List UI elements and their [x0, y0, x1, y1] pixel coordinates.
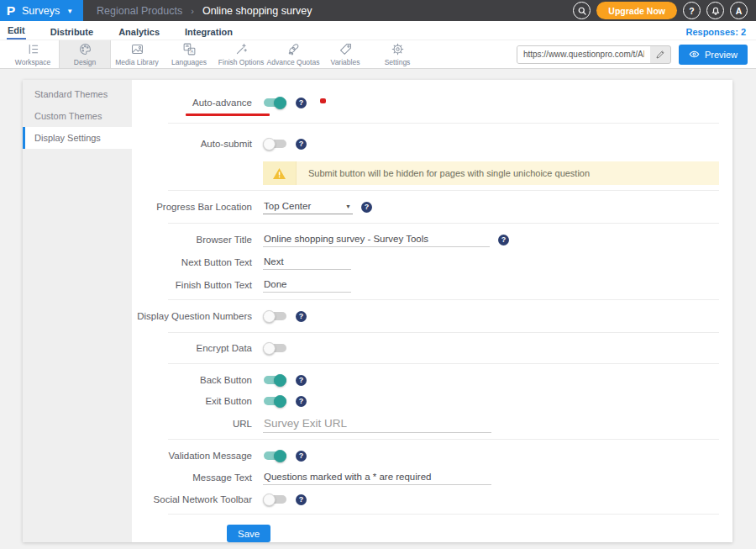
- exit-button-label: Exit Button: [132, 396, 252, 406]
- toolbar-item-finish-options[interactable]: Finish Options: [215, 40, 267, 68]
- breadcrumb-parent[interactable]: Regional Products: [97, 5, 182, 17]
- auto-advance-toggle[interactable]: [263, 97, 287, 109]
- edit-toolbar: Workspace Design Media Library A Languag…: [0, 40, 756, 69]
- survey-nav: Edit Distribute Analytics Integration Re…: [0, 21, 756, 40]
- progress-bar-row: Progress Bar Location Top Center ▼: [132, 198, 732, 216]
- breadcrumb-current: Online shopping survey: [202, 5, 312, 17]
- progress-bar-select[interactable]: Top Center ▼: [263, 199, 353, 214]
- bell-icon[interactable]: [706, 2, 724, 19]
- back-button-row: Back Button: [132, 371, 732, 389]
- back-button-label: Back Button: [132, 375, 252, 385]
- display-settings-panel: Auto-advance Auto-submit: [132, 80, 732, 542]
- auto-advance-help-icon[interactable]: [296, 98, 307, 108]
- sidebar-item-standard-themes[interactable]: Standard Themes: [23, 83, 132, 105]
- toolbar-item-languages[interactable]: A Languages: [163, 40, 215, 68]
- workspace-icon: [26, 42, 40, 56]
- back-button-help-icon[interactable]: [296, 375, 307, 386]
- page-body: Standard Themes Custom Themes Display Se…: [0, 69, 756, 549]
- finish-button-text-label: Finish Button Text: [132, 280, 252, 290]
- toolbar-item-advance-quotas[interactable]: Advance Quotas: [267, 40, 319, 68]
- message-text-row: Message Text: [132, 468, 732, 487]
- toolbar-item-media-library[interactable]: Media Library: [111, 40, 163, 68]
- exit-url-label: URL: [132, 419, 252, 429]
- toolbar-item-workspace[interactable]: Workspace: [7, 40, 59, 68]
- browser-title-input[interactable]: [263, 232, 490, 247]
- display-question-numbers-row: Display Question Numbers: [132, 307, 732, 325]
- display-question-numbers-label: Display Question Numbers: [132, 311, 252, 321]
- auto-submit-help-icon[interactable]: [296, 139, 307, 150]
- tab-distribute[interactable]: Distribute: [50, 24, 94, 40]
- red-annotation-underline: [186, 113, 270, 116]
- languages-icon: A: [182, 42, 197, 56]
- auto-submit-label: Auto-submit: [132, 139, 252, 149]
- upgrade-now-button[interactable]: Upgrade Now: [596, 2, 677, 19]
- breadcrumb-separator-icon: ›: [191, 6, 194, 16]
- survey-url-box: [517, 45, 671, 64]
- media-library-icon: [130, 42, 144, 56]
- progress-bar-help-icon[interactable]: [361, 202, 372, 213]
- surveys-menu-label: Surveys: [22, 5, 60, 17]
- social-network-toolbar-toggle[interactable]: [263, 494, 287, 506]
- chevron-down-icon: ▼: [66, 8, 73, 15]
- warning-triangle-icon: [272, 167, 286, 180]
- auto-advance-row: Auto-advance: [132, 93, 732, 112]
- progress-bar-value: Top Center: [264, 201, 311, 211]
- next-button-text-row: Next Button Text: [132, 253, 732, 272]
- survey-url-input[interactable]: [517, 46, 650, 63]
- message-text-input[interactable]: [263, 470, 491, 485]
- social-network-toolbar-label: Social Network Toolbar: [132, 494, 252, 504]
- questionpro-logo: P: [7, 4, 16, 17]
- red-annotation-dot: [320, 98, 326, 103]
- toolbar-item-settings[interactable]: Settings: [371, 40, 423, 68]
- preview-button[interactable]: Preview: [679, 45, 748, 65]
- finish-button-text-row: Finish Button Text: [132, 276, 732, 294]
- sidebar-item-custom-themes[interactable]: Custom Themes: [23, 105, 132, 127]
- design-palette-icon: [78, 42, 92, 56]
- encrypt-data-label: Encrypt Data: [132, 343, 252, 353]
- search-icon[interactable]: [573, 2, 591, 19]
- browser-title-help-icon[interactable]: [498, 235, 509, 245]
- surveys-menu[interactable]: P Surveys ▼: [0, 0, 83, 21]
- auto-submit-toggle[interactable]: [263, 138, 287, 150]
- next-button-text-input[interactable]: [263, 255, 351, 270]
- responses-count[interactable]: Responses: 2: [684, 24, 748, 40]
- back-button-toggle[interactable]: [263, 374, 287, 387]
- exit-button-toggle[interactable]: [263, 395, 287, 408]
- exit-url-row: URL: [132, 414, 732, 434]
- toolbar-item-design[interactable]: Design: [59, 40, 111, 68]
- sidebar-item-display-settings[interactable]: Display Settings: [23, 127, 132, 149]
- exit-url-input[interactable]: [263, 415, 491, 433]
- message-text-label: Message Text: [132, 472, 252, 483]
- svg-text:A: A: [190, 49, 193, 54]
- browser-title-row: Browser Title: [132, 230, 732, 249]
- encrypt-data-row: Encrypt Data: [132, 339, 732, 357]
- browser-title-label: Browser Title: [132, 235, 252, 245]
- tab-edit[interactable]: Edit: [7, 23, 26, 40]
- design-settings-card: Standard Themes Custom Themes Display Se…: [23, 80, 732, 542]
- finish-button-text-input[interactable]: [263, 277, 351, 293]
- encrypt-data-toggle[interactable]: [263, 342, 287, 355]
- exit-button-help-icon[interactable]: [296, 396, 307, 407]
- advance-quotas-links-icon: [286, 42, 301, 56]
- validation-message-toggle[interactable]: [263, 450, 287, 462]
- toolbar-item-variables[interactable]: Variables: [319, 40, 371, 68]
- social-network-toolbar-row: Social Network Toolbar: [132, 490, 732, 509]
- validation-message-help-icon[interactable]: [296, 451, 307, 462]
- settings-gear-icon: [391, 42, 405, 56]
- top-header: P Surveys ▼ Regional Products › Online s…: [0, 0, 756, 21]
- tab-analytics[interactable]: Analytics: [118, 24, 160, 40]
- save-button[interactable]: Save: [227, 525, 270, 542]
- validation-message-row: Validation Message: [132, 446, 732, 465]
- breadcrumb: Regional Products › Online shopping surv…: [97, 5, 312, 17]
- auto-advance-label: Auto-advance: [132, 98, 252, 108]
- finish-options-wand-icon: [234, 42, 249, 56]
- display-question-numbers-toggle[interactable]: [263, 310, 287, 323]
- edit-url-pencil-icon[interactable]: [650, 46, 670, 63]
- display-question-numbers-help-icon[interactable]: [296, 311, 307, 322]
- help-icon[interactable]: ?: [683, 2, 701, 19]
- submit-hidden-warning: Submit button will be hidden for pages w…: [263, 161, 719, 185]
- tab-integration[interactable]: Integration: [184, 24, 234, 40]
- avatar[interactable]: A: [730, 2, 748, 19]
- social-network-toolbar-help-icon[interactable]: [296, 494, 307, 505]
- variables-tag-icon: [339, 42, 353, 56]
